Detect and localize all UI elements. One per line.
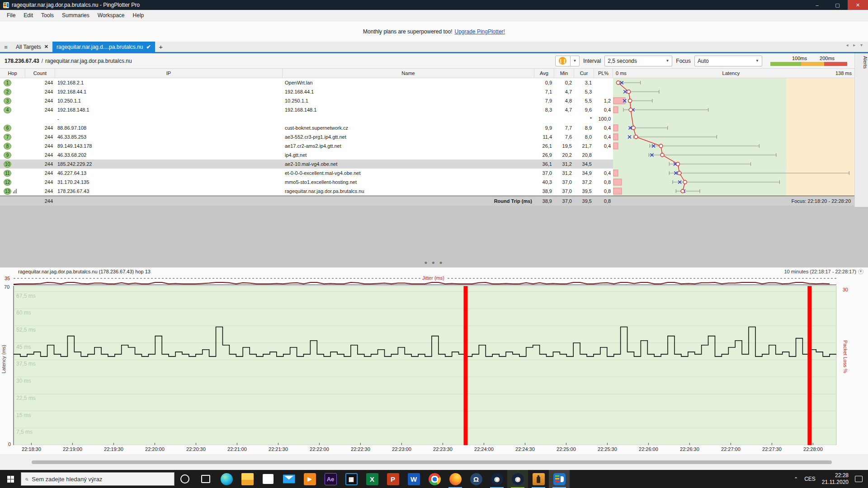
avg-cell: 26,1 [534, 143, 554, 149]
hop-number-badge: 7 [4, 134, 11, 141]
avg-cell: 8,3 [534, 107, 554, 113]
col-avg[interactable]: Avg [534, 69, 554, 78]
menu-summaries[interactable]: Summaries [58, 10, 94, 20]
svg-text:67,5 ms: 67,5 ms [16, 293, 36, 299]
horizontal-scrollbar[interactable] [32, 460, 832, 464]
target-ip: 178.236.67.43 [5, 58, 39, 64]
close-button[interactable]: ✕ [848, 0, 868, 10]
taskbar-app-steam[interactable]: ◉ [486, 470, 507, 488]
y-axis-title: Latency (ms) [1, 345, 6, 374]
taskbar-app-steam-running[interactable]: ◉ [507, 470, 528, 488]
tab-close-icon[interactable]: ✕ [44, 44, 48, 50]
upgrade-link[interactable]: Upgrade PingPlotter! [455, 28, 505, 35]
min-cell: 7,6 [554, 134, 574, 140]
targets-menu-icon[interactable]: ≡ [0, 44, 12, 52]
focus-select[interactable]: Auto▼ [694, 56, 762, 66]
panel-splitter-area[interactable]: ● ● ● [0, 206, 868, 267]
col-cur[interactable]: Cur [574, 69, 594, 78]
taskbar-app-chrome[interactable] [424, 470, 445, 488]
hop-number-badge: 2 [4, 89, 11, 95]
tab-scroll-arrows[interactable]: ◂ ▸ ▾ [846, 42, 864, 47]
taskbar-app-excel[interactable]: X [362, 470, 382, 488]
scale-200ms-label: 200ms [820, 56, 835, 62]
col-count[interactable]: Count [25, 69, 55, 78]
col-ip[interactable]: IP [55, 69, 283, 78]
excel-icon: X [366, 473, 378, 485]
timeline-range-select[interactable]: 10 minutes (22:18:17 - 22:28:17) ▼ [784, 269, 863, 274]
count-cell: 244 [25, 107, 55, 113]
taskbar-app-task-view[interactable] [195, 470, 216, 488]
task-view-icon [201, 475, 210, 483]
taskbar-app-movies-tv[interactable]: ▶ [299, 470, 320, 488]
name-cell: ae17.cr2-ams2.ip4.gtt.net [283, 143, 534, 149]
min-cell: 4,7 [554, 107, 574, 113]
ip-cell: 192.168.148.1 [55, 107, 283, 113]
pl-cell: 0,4 [594, 170, 613, 176]
count-cell: 244 [25, 89, 55, 94]
taskbar-app-csgo[interactable] [528, 470, 549, 488]
taskbar-app-firefox[interactable] [445, 470, 466, 488]
table-body: 1244192.168.2.1OpenWrt.lan0,90,23,122441… [0, 78, 868, 196]
splitter-handle[interactable]: ● ● ● [424, 259, 443, 266]
scale-100ms-label: 100ms [792, 56, 807, 62]
menu-workspace[interactable]: Workspace [94, 10, 129, 20]
cur-cell: 8,9 [574, 125, 594, 131]
minimize-button[interactable]: – [807, 0, 827, 10]
tray-expand-chevron[interactable]: ⌃ [794, 476, 798, 482]
pl-cell: 100,0 [594, 116, 613, 122]
pause-dropdown-button[interactable]: ▼ [571, 56, 580, 66]
taskbar-app-video-editor[interactable]: ▦ [341, 470, 362, 488]
name-cell: ae2-10.mal-vg4.obe.net [283, 161, 534, 167]
taskbar-app-pingplotter[interactable] [549, 470, 570, 488]
pingplotter-window: ragequitar.nar.jag.dor.pa.brutalcs.nu - … [0, 0, 868, 488]
interval-select[interactable]: 2,5 seconds▼ [604, 56, 672, 66]
maximize-button[interactable]: ▢ [827, 0, 848, 10]
taskbar-app-store[interactable] [258, 470, 278, 488]
timeline-graph-svg: 7,5 ms15 ms22,5 ms30 ms37,5 ms45 ms52,5 … [0, 286, 868, 445]
min-cell: 37,0 [554, 188, 574, 194]
avg-cell: 26,9 [534, 152, 554, 158]
latency-scale-min: 0 ms [616, 70, 627, 76]
pause-button[interactable]: ❙❙ [555, 56, 571, 66]
taskbar-app-file-explorer[interactable] [237, 470, 258, 488]
taskbar-app-after-effects[interactable]: Ae [320, 470, 341, 488]
taskbar-search-input[interactable]: ⌕ Sem zadejte hledaný výraz [21, 472, 175, 486]
count-cell: 244 [25, 134, 55, 140]
avg-cell: 36,1 [534, 161, 554, 167]
alerts-tab[interactable]: Alerts [855, 56, 868, 69]
name-cell: cust-boknet.supernetwork.cz [283, 125, 534, 131]
col-name[interactable]: Name [283, 69, 534, 78]
taskbar-app-edge[interactable] [216, 470, 237, 488]
language-indicator[interactable]: CES [804, 476, 816, 482]
col-hop[interactable]: Hop [0, 69, 25, 78]
word-icon: W [408, 473, 420, 485]
name-cell: ip4.gtt.net [283, 152, 534, 158]
tab-all-targets[interactable]: All Targets ✕ [12, 42, 52, 52]
time-tick-label: 22:22:30 [351, 446, 370, 452]
taskbar-app-word[interactable]: W [403, 470, 424, 488]
cur-cell: 5,5 [574, 98, 594, 103]
tab-active-target[interactable]: ragequitar.nar.jag.d....pa.brutalcs.nu ✔ [52, 42, 155, 52]
menu-help[interactable]: Help [129, 10, 148, 20]
taskbar-app-powerpoint[interactable]: P [382, 470, 403, 488]
cur-cell: 21,7 [574, 143, 594, 149]
time-tick-label: 22:20:30 [186, 446, 206, 452]
menu-tools[interactable]: Tools [37, 10, 58, 20]
taskbar-app-mail[interactable] [278, 470, 299, 488]
col-min[interactable]: Min [554, 69, 574, 78]
min-cell: 31,2 [554, 170, 574, 176]
cur-cell: * [574, 116, 594, 122]
hop-number-badge: 4 [4, 107, 11, 113]
avg-cell: 37,0 [534, 170, 554, 176]
taskbar-app-cortana[interactable] [175, 470, 195, 488]
taskbar-app-voice-chat[interactable]: Ω [466, 470, 486, 488]
notification-center-icon[interactable] [855, 476, 863, 482]
clock[interactable]: 22:28 21.11.2020 [822, 472, 849, 486]
start-button[interactable] [0, 470, 21, 488]
tab-check-icon: ✔ [146, 44, 151, 50]
new-tab-button[interactable]: + [155, 42, 167, 52]
col-pl[interactable]: PL% [594, 69, 613, 78]
menu-file[interactable]: File [3, 10, 19, 20]
target-hostname: ragequitar.nar.jag.dor.pa.brutalcs.nu [45, 58, 132, 64]
menu-edit[interactable]: Edit [19, 10, 37, 20]
